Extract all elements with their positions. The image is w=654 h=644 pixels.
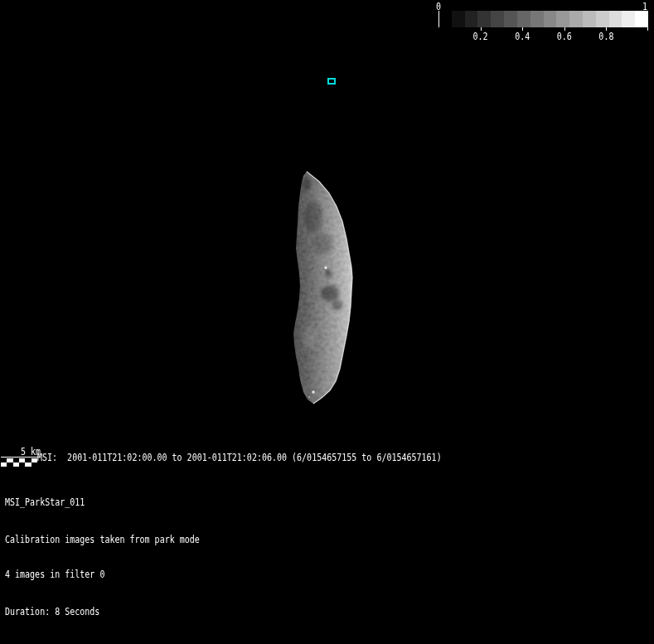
duration-line: Duration: 8 Seconds (5, 604, 200, 617)
colorbar-step (491, 11, 504, 27)
scale-bar-checker (1, 458, 37, 467)
colorbar-step (569, 11, 583, 27)
colorbar-step (465, 11, 478, 27)
colorbar-step (609, 11, 623, 27)
colorbar-step (477, 11, 491, 27)
colorbar-step (583, 11, 596, 27)
colorbar-step (544, 11, 557, 27)
status-line: MSI: 2001-011T21:02:00.00 to 2001-011T21… (37, 451, 442, 462)
viewer-window: 0 1 0.20.40.60.8 5 km MSI: 2001-011T21:0… (0, 0, 654, 644)
images-filter-line: 4 images in filter 0 (5, 569, 200, 581)
colorbar-gradient (438, 11, 648, 27)
star-selection-marker[interactable] (327, 78, 336, 85)
observation-info: MSI_ParkStar_011 Calibration images take… (5, 472, 200, 641)
colorbar-tick-label: 0.2 (468, 30, 493, 41)
scale-bar-checker-row-bottom (1, 462, 37, 467)
colorbar-tick-label: 0.6 (552, 30, 577, 41)
colorbar-step (517, 11, 530, 27)
colorbar-step (504, 11, 517, 27)
colorbar-tick-label: 0.4 (510, 30, 535, 41)
sequence-name: MSI_ParkStar_011 (5, 496, 200, 509)
colorbar-step (596, 11, 609, 27)
colorbar-step (452, 11, 465, 27)
colorbar-step (635, 11, 648, 27)
sequence-description: Calibration images taken from park mode (5, 532, 200, 545)
asteroid-image (288, 167, 356, 408)
colorbar-max-tick (647, 27, 648, 31)
scale-bar-line (1, 457, 39, 458)
colorbar-step (530, 11, 544, 27)
colorbar-step (622, 11, 635, 27)
colorbar-step (556, 11, 569, 27)
colorbar-zero-tick (438, 11, 439, 27)
colorbar-tick-label: 0.8 (593, 30, 618, 41)
colorbar-step (438, 11, 452, 27)
